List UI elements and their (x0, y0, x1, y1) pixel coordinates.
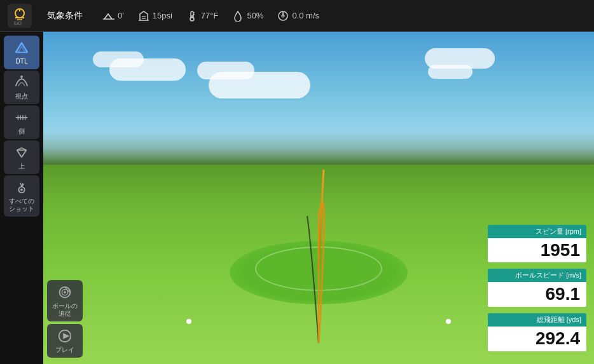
altitude-value: 0' (118, 11, 124, 20)
brand-icon: E/O (8, 4, 32, 28)
sidebar-btn-all-shots-label: すべてのショット (6, 198, 37, 213)
sidebar-btn-dtl[interactable]: DTL (4, 36, 39, 69)
stat-ball-speed-value: 69.1 (488, 282, 586, 307)
cloud-2 (93, 51, 144, 67)
humidity-value: 50% (247, 11, 263, 20)
svg-line-26 (17, 150, 22, 157)
bottom-buttons: ボールの追従 プレイ (43, 280, 86, 358)
svg-text:E/O: E/O (14, 21, 22, 25)
altitude-item: 0' (103, 10, 124, 22)
sidebar-btn-side[interactable]: 側 (4, 105, 39, 139)
wind-item: 0.0 m/s (277, 10, 319, 22)
svg-point-32 (20, 189, 23, 191)
temperature-value: 77°F (201, 11, 219, 20)
weather-title: 気象条件 (47, 10, 83, 22)
sidebar-btn-side-label: 側 (18, 128, 25, 135)
stat-total-distance-value: 292.4 (488, 327, 586, 351)
stat-total-distance-label: 総飛距離 [yds] (488, 313, 586, 327)
stat-spin: スピン量 [rpm] 1951 (488, 225, 586, 263)
play-label: プレイ (55, 346, 74, 354)
temperature-item: 77°F (186, 10, 219, 22)
ball-trace-button[interactable]: ボールの追従 (47, 280, 83, 321)
pressure-item: 15psi (138, 10, 172, 22)
cloud-4 (197, 62, 254, 79)
top-bar: E/O 気象条件 0' 15psi (0, 0, 594, 32)
ball-trace-label: ボールの追従 (52, 302, 78, 318)
svg-marker-41 (63, 333, 69, 339)
sidebar-btn-viewpoint[interactable]: 視点 (4, 71, 39, 104)
sidebar-btn-dtl-label: DTL (16, 58, 28, 65)
sidebar-btn-top-label: 上 (18, 163, 25, 170)
stat-ball-speed: ボールスピード [m/s] 69.1 (488, 269, 586, 307)
humidity-item: 50% (232, 10, 263, 22)
stat-ball-speed-label: ボールスピード [m/s] (488, 269, 586, 282)
cloud-6 (428, 65, 473, 79)
stat-spin-label: スピン量 [rpm] (488, 225, 586, 238)
sidebar-btn-all-shots[interactable]: すべてのショット (4, 175, 39, 217)
wind-value: 0.0 m/s (292, 11, 319, 20)
weather-items: 0' 15psi 77°F (103, 10, 319, 22)
play-button[interactable]: プレイ (47, 324, 83, 358)
pressure-value: 15psi (153, 11, 172, 20)
sidebar-btn-top[interactable]: 上 (4, 140, 39, 174)
sidebar-btn-viewpoint-label: 視点 (15, 93, 28, 100)
main-area: DTL 視点 側 (0, 32, 594, 364)
svg-point-20 (20, 76, 23, 78)
svg-point-39 (64, 291, 66, 293)
sidebar: DTL 視点 側 (0, 32, 43, 364)
stat-spin-value: 1951 (488, 238, 586, 263)
stat-total-distance: 総飛距離 [yds] 292.4 (488, 313, 586, 351)
svg-line-27 (22, 150, 26, 157)
stats-panel: スピン量 [rpm] 1951 ボールスピード [m/s] 69.1 総飛距離 … (488, 225, 586, 351)
golf-scene: スピン量 [rpm] 1951 ボールスピード [m/s] 69.1 総飛距離 … (43, 32, 594, 364)
